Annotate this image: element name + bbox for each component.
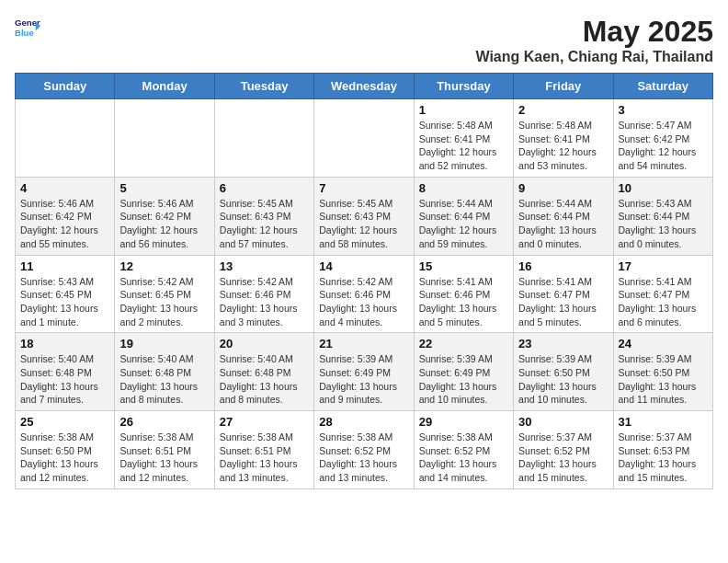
day-info: Sunrise: 5:48 AMSunset: 6:41 PMDaylight:… (419, 119, 508, 173)
calendar-cell: 4Sunrise: 5:46 AMSunset: 6:42 PMDaylight… (16, 177, 115, 255)
week-row-5: 25Sunrise: 5:38 AMSunset: 6:50 PMDayligh… (16, 411, 713, 489)
day-info: Sunrise: 5:47 AMSunset: 6:42 PMDaylight:… (619, 119, 708, 173)
day-info: Sunrise: 5:41 AMSunset: 6:47 PMDaylight:… (619, 275, 708, 329)
calendar-cell: 19Sunrise: 5:40 AMSunset: 6:48 PMDayligh… (115, 333, 214, 411)
calendar-cell: 3Sunrise: 5:47 AMSunset: 6:42 PMDaylight… (613, 99, 712, 178)
calendar-cell: 11Sunrise: 5:43 AMSunset: 6:45 PMDayligh… (16, 255, 115, 333)
day-number: 2 (518, 103, 608, 117)
calendar-cell: 13Sunrise: 5:42 AMSunset: 6:46 PMDayligh… (214, 255, 313, 333)
day-header-thursday: Thursday (414, 74, 513, 99)
day-number: 23 (518, 337, 608, 350)
day-info: Sunrise: 5:44 AMSunset: 6:44 PMDaylight:… (419, 197, 508, 251)
day-info: Sunrise: 5:38 AMSunset: 6:52 PMDaylight:… (419, 431, 508, 485)
day-info: Sunrise: 5:42 AMSunset: 6:46 PMDaylight:… (319, 275, 408, 329)
calendar-cell: 14Sunrise: 5:42 AMSunset: 6:46 PMDayligh… (314, 255, 414, 333)
day-number: 8 (419, 181, 508, 195)
day-info: Sunrise: 5:38 AMSunset: 6:50 PMDaylight:… (20, 431, 109, 485)
day-header-sunday: Sunday (16, 74, 115, 99)
day-info: Sunrise: 5:37 AMSunset: 6:52 PMDaylight:… (518, 431, 608, 485)
day-number: 4 (20, 181, 109, 195)
calendar-cell: 1Sunrise: 5:48 AMSunset: 6:41 PMDaylight… (414, 99, 513, 178)
calendar-cell (314, 99, 414, 178)
day-info: Sunrise: 5:39 AMSunset: 6:50 PMDaylight:… (619, 352, 708, 407)
day-number: 1 (419, 103, 508, 117)
calendar-cell: 9Sunrise: 5:44 AMSunset: 6:44 PMDaylight… (514, 177, 613, 255)
day-number: 21 (319, 337, 408, 350)
day-info: Sunrise: 5:37 AMSunset: 6:53 PMDaylight:… (619, 431, 708, 485)
day-info: Sunrise: 5:40 AMSunset: 6:48 PMDaylight:… (20, 352, 109, 407)
day-info: Sunrise: 5:43 AMSunset: 6:45 PMDaylight:… (20, 275, 109, 329)
calendar-cell: 23Sunrise: 5:39 AMSunset: 6:50 PMDayligh… (514, 333, 613, 411)
day-number: 26 (119, 415, 209, 429)
day-number: 3 (619, 103, 708, 117)
page-header: General Blue May 2025 Wiang Kaen, Chiang… (15, 15, 713, 65)
calendar-cell: 18Sunrise: 5:40 AMSunset: 6:48 PMDayligh… (16, 333, 115, 411)
calendar-cell: 29Sunrise: 5:38 AMSunset: 6:52 PMDayligh… (414, 411, 513, 489)
calendar-cell: 27Sunrise: 5:38 AMSunset: 6:51 PMDayligh… (214, 411, 313, 489)
calendar-cell: 17Sunrise: 5:41 AMSunset: 6:47 PMDayligh… (613, 255, 712, 333)
calendar-cell: 7Sunrise: 5:45 AMSunset: 6:43 PMDaylight… (314, 177, 414, 255)
day-number: 31 (619, 415, 708, 429)
title-area: May 2025 Wiang Kaen, Chiang Rai, Thailan… (475, 15, 713, 65)
day-info: Sunrise: 5:48 AMSunset: 6:41 PMDaylight:… (518, 119, 608, 173)
day-info: Sunrise: 5:46 AMSunset: 6:42 PMDaylight:… (119, 197, 209, 251)
calendar-cell: 22Sunrise: 5:39 AMSunset: 6:49 PMDayligh… (414, 333, 513, 411)
calendar-cell: 2Sunrise: 5:48 AMSunset: 6:41 PMDaylight… (514, 99, 613, 178)
day-info: Sunrise: 5:41 AMSunset: 6:46 PMDaylight:… (419, 275, 508, 329)
day-header-friday: Friday (514, 74, 613, 99)
week-row-1: 1Sunrise: 5:48 AMSunset: 6:41 PMDaylight… (16, 99, 713, 178)
calendar-cell: 28Sunrise: 5:38 AMSunset: 6:52 PMDayligh… (314, 411, 414, 489)
day-info: Sunrise: 5:40 AMSunset: 6:48 PMDaylight:… (220, 352, 309, 407)
calendar-cell (214, 99, 313, 178)
calendar-cell: 15Sunrise: 5:41 AMSunset: 6:46 PMDayligh… (414, 255, 513, 333)
calendar-cell: 16Sunrise: 5:41 AMSunset: 6:47 PMDayligh… (514, 255, 613, 333)
day-number: 15 (419, 259, 508, 273)
day-number: 19 (119, 337, 209, 350)
calendar-cell: 6Sunrise: 5:45 AMSunset: 6:43 PMDaylight… (214, 177, 313, 255)
day-info: Sunrise: 5:42 AMSunset: 6:45 PMDaylight:… (119, 275, 209, 329)
calendar-cell: 21Sunrise: 5:39 AMSunset: 6:49 PMDayligh… (314, 333, 414, 411)
day-info: Sunrise: 5:40 AMSunset: 6:48 PMDaylight:… (119, 352, 209, 407)
day-info: Sunrise: 5:45 AMSunset: 6:43 PMDaylight:… (319, 197, 408, 251)
calendar-cell: 30Sunrise: 5:37 AMSunset: 6:52 PMDayligh… (514, 411, 613, 489)
calendar-cell: 25Sunrise: 5:38 AMSunset: 6:50 PMDayligh… (16, 411, 115, 489)
main-title: May 2025 (475, 15, 713, 49)
day-number: 20 (220, 337, 309, 350)
day-number: 10 (619, 181, 708, 195)
day-number: 16 (518, 259, 608, 273)
calendar-cell: 8Sunrise: 5:44 AMSunset: 6:44 PMDaylight… (414, 177, 513, 255)
day-number: 17 (619, 259, 708, 273)
day-number: 6 (220, 181, 309, 195)
day-header-saturday: Saturday (613, 74, 712, 99)
day-header-wednesday: Wednesday (314, 74, 414, 99)
day-header-tuesday: Tuesday (214, 74, 313, 99)
calendar-table: SundayMondayTuesdayWednesdayThursdayFrid… (15, 73, 713, 489)
subtitle: Wiang Kaen, Chiang Rai, Thailand (475, 49, 713, 65)
day-info: Sunrise: 5:41 AMSunset: 6:47 PMDaylight:… (518, 275, 608, 329)
day-number: 24 (619, 337, 708, 350)
day-number: 14 (319, 259, 408, 273)
week-row-3: 11Sunrise: 5:43 AMSunset: 6:45 PMDayligh… (16, 255, 713, 333)
day-number: 22 (419, 337, 508, 350)
day-number: 27 (220, 415, 309, 429)
day-number: 18 (20, 337, 109, 350)
day-number: 25 (20, 415, 109, 429)
calendar-cell: 12Sunrise: 5:42 AMSunset: 6:45 PMDayligh… (115, 255, 214, 333)
calendar-cell: 24Sunrise: 5:39 AMSunset: 6:50 PMDayligh… (613, 333, 712, 411)
calendar-cell: 31Sunrise: 5:37 AMSunset: 6:53 PMDayligh… (613, 411, 712, 489)
day-info: Sunrise: 5:45 AMSunset: 6:43 PMDaylight:… (220, 197, 309, 251)
day-info: Sunrise: 5:39 AMSunset: 6:50 PMDaylight:… (518, 352, 608, 407)
day-info: Sunrise: 5:38 AMSunset: 6:51 PMDaylight:… (119, 431, 209, 485)
logo: General Blue (15, 15, 40, 40)
calendar-cell: 10Sunrise: 5:43 AMSunset: 6:44 PMDayligh… (613, 177, 712, 255)
calendar-cell: 5Sunrise: 5:46 AMSunset: 6:42 PMDaylight… (115, 177, 214, 255)
day-info: Sunrise: 5:39 AMSunset: 6:49 PMDaylight:… (319, 352, 408, 407)
day-info: Sunrise: 5:46 AMSunset: 6:42 PMDaylight:… (20, 197, 109, 251)
day-info: Sunrise: 5:39 AMSunset: 6:49 PMDaylight:… (419, 352, 508, 407)
day-info: Sunrise: 5:44 AMSunset: 6:44 PMDaylight:… (518, 197, 608, 251)
week-row-4: 18Sunrise: 5:40 AMSunset: 6:48 PMDayligh… (16, 333, 713, 411)
day-info: Sunrise: 5:43 AMSunset: 6:44 PMDaylight:… (619, 197, 708, 251)
day-info: Sunrise: 5:38 AMSunset: 6:51 PMDaylight:… (220, 431, 309, 485)
calendar-cell: 26Sunrise: 5:38 AMSunset: 6:51 PMDayligh… (115, 411, 214, 489)
day-number: 5 (119, 181, 209, 195)
